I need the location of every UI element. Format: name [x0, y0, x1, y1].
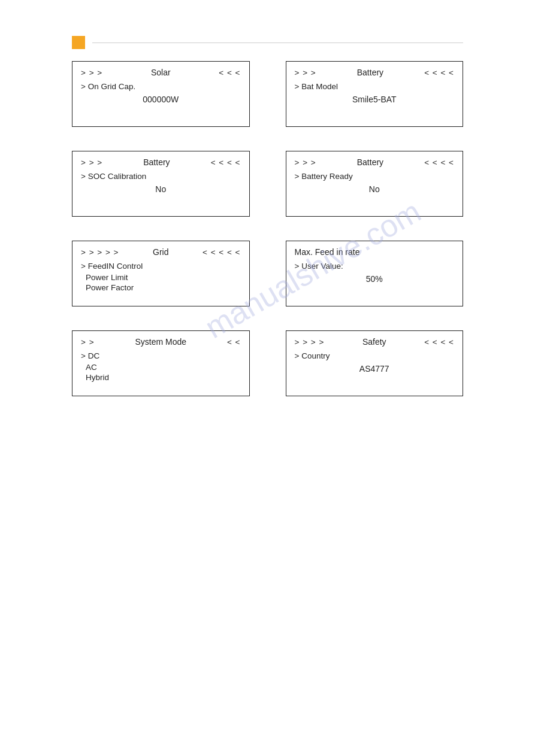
panel-title-soc: Battery — [143, 157, 170, 167]
panel-safety-country: > > > > Safety < < < < > Country AS4777 — [286, 330, 464, 396]
nav-left-system-mode[interactable]: > > — [81, 338, 95, 347]
panel-battery-bat-model: > > > Battery < < < < > Bat Model Smile5… — [286, 61, 464, 127]
nav-left-solar[interactable]: > > > — [81, 68, 102, 77]
panel-header-soc: > > > Battery < < < < — [81, 157, 241, 167]
top-line-divider — [92, 42, 463, 43]
top-bar — [72, 36, 463, 49]
panel-subitem-power-factor: Power Factor — [86, 283, 241, 292]
panel-title-max-feed: Max. Feed in rate — [295, 247, 360, 257]
panel-value-user-value: 50% — [295, 274, 455, 284]
panel-header-bat-model: > > > Battery < < < < — [295, 68, 455, 77]
panel-item-dc: > DC — [81, 351, 241, 360]
panel-title-safety: Safety — [362, 337, 386, 347]
panel-value-bat-model: Smile5-BAT — [295, 95, 455, 104]
panel-max-feed-in-rate: Max. Feed in rate > User Value: 50% — [286, 241, 464, 306]
nav-left-safety[interactable]: > > > > — [295, 338, 325, 347]
nav-right-battery-ready[interactable]: < < < < — [424, 158, 454, 167]
panel-item-soc: > SOC Calibration — [81, 172, 241, 181]
panel-subitem-hybrid: Hybrid — [86, 373, 241, 382]
panel-title-system-mode: System Mode — [135, 337, 186, 347]
panel-title-bat-model: Battery — [357, 68, 383, 77]
orange-square-icon — [72, 36, 85, 49]
panel-header-system-mode: > > System Mode < < — [81, 337, 241, 347]
nav-right-grid[interactable]: < < < < < — [202, 248, 240, 257]
panel-header-grid: > > > > > Grid < < < < < — [81, 247, 241, 257]
panel-item-user-value: > User Value: — [295, 262, 455, 271]
panel-battery-ready: > > > Battery < < < < > Battery Ready No — [286, 151, 464, 217]
nav-left-battery-ready[interactable]: > > > — [295, 158, 316, 167]
panel-value-battery-ready: No — [295, 184, 455, 194]
panel-item-battery-ready: > Battery Ready — [295, 172, 455, 181]
panel-solar-on-grid-cap: > > > Solar < < < > On Grid Cap. 000000W — [72, 61, 250, 127]
nav-left-soc[interactable]: > > > — [81, 158, 102, 167]
nav-right-safety[interactable]: < < < < — [424, 338, 454, 347]
panel-title-grid: Grid — [153, 247, 168, 257]
panel-subitem-power-limit: Power Limit — [86, 273, 241, 282]
nav-right-solar[interactable]: < < < — [219, 68, 240, 77]
panel-value-country: AS4777 — [295, 364, 455, 374]
panel-header-max-feed: Max. Feed in rate — [295, 247, 455, 257]
panel-title-solar: Solar — [151, 68, 171, 77]
nav-right-soc[interactable]: < < < < — [211, 158, 241, 167]
panel-header-solar: > > > Solar < < < — [81, 68, 241, 77]
panels-grid: > > > Solar < < < > On Grid Cap. 000000W… — [72, 61, 463, 396]
panel-item-bat-model: > Bat Model — [295, 82, 455, 91]
nav-left-grid[interactable]: > > > > > — [81, 248, 119, 257]
panel-value-solar: 000000W — [81, 95, 241, 104]
panel-system-mode: > > System Mode < < > DC AC Hybrid — [72, 330, 250, 396]
panel-value-soc: No — [81, 184, 241, 194]
panel-header-safety: > > > > Safety < < < < — [295, 337, 455, 347]
nav-right-bat-model[interactable]: < < < < — [424, 68, 454, 77]
page-container: manualshive.com > > > Solar < < < > On G… — [0, 0, 535, 432]
nav-right-system-mode[interactable]: < < — [227, 338, 241, 347]
panel-battery-soc-calibration: > > > Battery < < < < > SOC Calibration … — [72, 151, 250, 217]
panel-item-country: > Country — [295, 351, 455, 360]
panel-header-battery-ready: > > > Battery < < < < — [295, 157, 455, 167]
panel-grid-feedin: > > > > > Grid < < < < < > FeedIN Contro… — [72, 241, 250, 306]
nav-left-bat-model[interactable]: > > > — [295, 68, 316, 77]
panel-title-battery-ready: Battery — [357, 157, 383, 167]
panel-item-solar: > On Grid Cap. — [81, 82, 241, 91]
panel-item-feedin: > FeedIN Control — [81, 262, 241, 271]
panel-subitem-ac: AC — [86, 363, 241, 372]
